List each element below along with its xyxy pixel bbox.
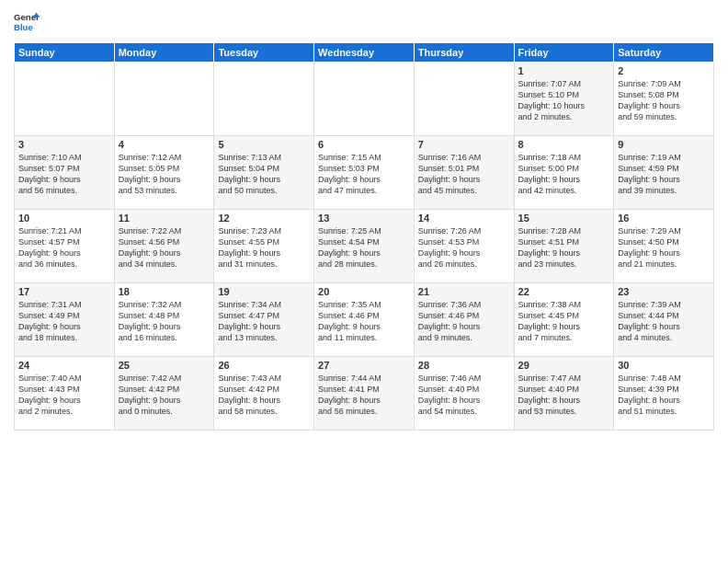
day-number: 10 <box>18 213 110 224</box>
day-number: 2 <box>618 65 710 76</box>
calendar-cell <box>214 63 314 136</box>
calendar-cell: 17Sunrise: 7:31 AM Sunset: 4:49 PM Dayli… <box>15 283 115 357</box>
calendar-cell <box>15 63 115 136</box>
logo: General Blue <box>14 9 40 35</box>
calendar-cell: 15Sunrise: 7:28 AM Sunset: 4:51 PM Dayli… <box>514 210 614 283</box>
calendar-cell: 3Sunrise: 7:10 AM Sunset: 5:07 PM Daylig… <box>15 136 115 210</box>
cell-content: Sunrise: 7:46 AM Sunset: 4:40 PM Dayligh… <box>418 373 510 418</box>
svg-text:Blue: Blue <box>14 22 33 32</box>
calendar-row: 3Sunrise: 7:10 AM Sunset: 5:07 PM Daylig… <box>15 136 714 210</box>
cell-content: Sunrise: 7:26 AM Sunset: 4:53 PM Dayligh… <box>418 225 510 270</box>
cell-content: Sunrise: 7:23 AM Sunset: 4:55 PM Dayligh… <box>218 225 310 270</box>
calendar-cell: 24Sunrise: 7:40 AM Sunset: 4:43 PM Dayli… <box>15 357 115 431</box>
calendar-cell: 12Sunrise: 7:23 AM Sunset: 4:55 PM Dayli… <box>214 210 314 283</box>
calendar-cell: 26Sunrise: 7:43 AM Sunset: 4:42 PM Dayli… <box>214 357 314 431</box>
day-number: 18 <box>119 286 210 297</box>
day-number: 21 <box>418 286 510 297</box>
day-header-thursday: Thursday <box>414 43 514 63</box>
calendar-cell: 10Sunrise: 7:21 AM Sunset: 4:57 PM Dayli… <box>15 210 115 283</box>
day-number: 30 <box>618 360 710 371</box>
day-header-tuesday: Tuesday <box>214 43 314 63</box>
cell-content: Sunrise: 7:47 AM Sunset: 4:40 PM Dayligh… <box>518 373 610 418</box>
day-number: 4 <box>119 139 210 150</box>
calendar-cell: 14Sunrise: 7:26 AM Sunset: 4:53 PM Dayli… <box>414 210 514 283</box>
calendar-cell: 30Sunrise: 7:48 AM Sunset: 4:39 PM Dayli… <box>614 357 714 431</box>
calendar-cell: 29Sunrise: 7:47 AM Sunset: 4:40 PM Dayli… <box>514 357 614 431</box>
cell-content: Sunrise: 7:42 AM Sunset: 4:42 PM Dayligh… <box>119 373 210 418</box>
cell-content: Sunrise: 7:29 AM Sunset: 4:50 PM Dayligh… <box>618 225 710 270</box>
calendar-cell: 2Sunrise: 7:09 AM Sunset: 5:08 PM Daylig… <box>614 63 714 136</box>
calendar-cell: 28Sunrise: 7:46 AM Sunset: 4:40 PM Dayli… <box>414 357 514 431</box>
cell-content: Sunrise: 7:21 AM Sunset: 4:57 PM Dayligh… <box>18 225 110 270</box>
day-number: 20 <box>318 286 410 297</box>
day-number: 19 <box>218 286 310 297</box>
day-number: 22 <box>518 286 610 297</box>
calendar-table: SundayMondayTuesdayWednesdayThursdayFrid… <box>14 42 714 431</box>
calendar-cell: 16Sunrise: 7:29 AM Sunset: 4:50 PM Dayli… <box>614 210 714 283</box>
day-number: 27 <box>318 360 410 371</box>
day-number: 14 <box>418 213 510 224</box>
calendar-cell: 22Sunrise: 7:38 AM Sunset: 4:45 PM Dayli… <box>514 283 614 357</box>
page-header: General Blue <box>14 9 714 35</box>
calendar-cell: 25Sunrise: 7:42 AM Sunset: 4:42 PM Dayli… <box>114 357 214 431</box>
cell-content: Sunrise: 7:25 AM Sunset: 4:54 PM Dayligh… <box>318 225 410 270</box>
calendar-cell: 5Sunrise: 7:13 AM Sunset: 5:04 PM Daylig… <box>214 136 314 210</box>
day-number: 16 <box>618 213 710 224</box>
day-number: 17 <box>18 286 110 297</box>
cell-content: Sunrise: 7:40 AM Sunset: 4:43 PM Dayligh… <box>18 373 110 418</box>
cell-content: Sunrise: 7:16 AM Sunset: 5:01 PM Dayligh… <box>418 152 510 197</box>
calendar-cell: 1Sunrise: 7:07 AM Sunset: 5:10 PM Daylig… <box>514 63 614 136</box>
cell-content: Sunrise: 7:09 AM Sunset: 5:08 PM Dayligh… <box>618 78 710 123</box>
cell-content: Sunrise: 7:19 AM Sunset: 4:59 PM Dayligh… <box>618 152 710 197</box>
cell-content: Sunrise: 7:31 AM Sunset: 4:49 PM Dayligh… <box>18 299 110 344</box>
cell-content: Sunrise: 7:38 AM Sunset: 4:45 PM Dayligh… <box>518 299 610 344</box>
cell-content: Sunrise: 7:22 AM Sunset: 4:56 PM Dayligh… <box>119 225 210 270</box>
logo-icon: General Blue <box>14 9 40 35</box>
calendar-cell: 20Sunrise: 7:35 AM Sunset: 4:46 PM Dayli… <box>314 283 415 357</box>
cell-content: Sunrise: 7:44 AM Sunset: 4:41 PM Dayligh… <box>318 373 410 418</box>
day-header-saturday: Saturday <box>614 43 714 63</box>
day-number: 6 <box>318 139 410 150</box>
day-number: 1 <box>518 65 610 76</box>
day-number: 29 <box>518 360 610 371</box>
calendar-cell: 8Sunrise: 7:18 AM Sunset: 5:00 PM Daylig… <box>514 136 614 210</box>
calendar-cell: 7Sunrise: 7:16 AM Sunset: 5:01 PM Daylig… <box>414 136 514 210</box>
day-header-friday: Friday <box>514 43 614 63</box>
cell-content: Sunrise: 7:34 AM Sunset: 4:47 PM Dayligh… <box>218 299 310 344</box>
day-header-monday: Monday <box>114 43 214 63</box>
day-header-wednesday: Wednesday <box>314 43 415 63</box>
day-number: 7 <box>418 139 510 150</box>
calendar-row: 10Sunrise: 7:21 AM Sunset: 4:57 PM Dayli… <box>15 210 714 283</box>
calendar-cell: 13Sunrise: 7:25 AM Sunset: 4:54 PM Dayli… <box>314 210 415 283</box>
calendar-cell: 21Sunrise: 7:36 AM Sunset: 4:46 PM Dayli… <box>414 283 514 357</box>
cell-content: Sunrise: 7:07 AM Sunset: 5:10 PM Dayligh… <box>518 78 610 123</box>
day-number: 9 <box>618 139 710 150</box>
cell-content: Sunrise: 7:35 AM Sunset: 4:46 PM Dayligh… <box>318 299 410 344</box>
cell-content: Sunrise: 7:18 AM Sunset: 5:00 PM Dayligh… <box>518 152 610 197</box>
day-number: 25 <box>119 360 210 371</box>
cell-content: Sunrise: 7:13 AM Sunset: 5:04 PM Dayligh… <box>218 152 310 197</box>
cell-content: Sunrise: 7:32 AM Sunset: 4:48 PM Dayligh… <box>119 299 210 344</box>
day-header-sunday: Sunday <box>15 43 115 63</box>
calendar-cell <box>414 63 514 136</box>
day-number: 13 <box>318 213 410 224</box>
day-number: 26 <box>218 360 310 371</box>
day-number: 12 <box>218 213 310 224</box>
cell-content: Sunrise: 7:48 AM Sunset: 4:39 PM Dayligh… <box>618 373 710 418</box>
cell-content: Sunrise: 7:12 AM Sunset: 5:05 PM Dayligh… <box>119 152 210 197</box>
calendar-cell <box>114 63 214 136</box>
calendar-row: 1Sunrise: 7:07 AM Sunset: 5:10 PM Daylig… <box>15 63 714 136</box>
calendar-cell: 23Sunrise: 7:39 AM Sunset: 4:44 PM Dayli… <box>614 283 714 357</box>
calendar-cell: 19Sunrise: 7:34 AM Sunset: 4:47 PM Dayli… <box>214 283 314 357</box>
cell-content: Sunrise: 7:43 AM Sunset: 4:42 PM Dayligh… <box>218 373 310 418</box>
cell-content: Sunrise: 7:36 AM Sunset: 4:46 PM Dayligh… <box>418 299 510 344</box>
cell-content: Sunrise: 7:28 AM Sunset: 4:51 PM Dayligh… <box>518 225 610 270</box>
calendar-cell <box>314 63 415 136</box>
calendar-row: 17Sunrise: 7:31 AM Sunset: 4:49 PM Dayli… <box>15 283 714 357</box>
day-number: 3 <box>18 139 110 150</box>
calendar-row: 24Sunrise: 7:40 AM Sunset: 4:43 PM Dayli… <box>15 357 714 431</box>
calendar-cell: 11Sunrise: 7:22 AM Sunset: 4:56 PM Dayli… <box>114 210 214 283</box>
cell-content: Sunrise: 7:10 AM Sunset: 5:07 PM Dayligh… <box>18 152 110 197</box>
header-row: SundayMondayTuesdayWednesdayThursdayFrid… <box>15 43 714 63</box>
calendar-cell: 27Sunrise: 7:44 AM Sunset: 4:41 PM Dayli… <box>314 357 415 431</box>
